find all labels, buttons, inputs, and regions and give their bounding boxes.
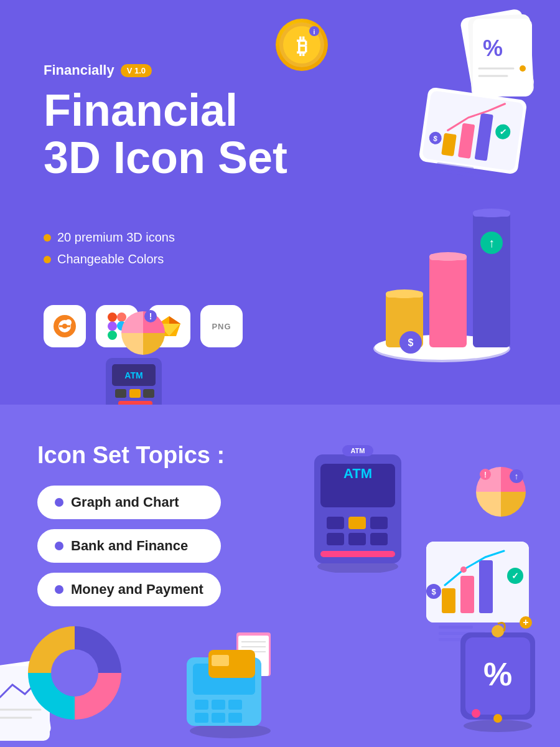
svg-point-124 xyxy=(493,714,502,723)
svg-text:%: % xyxy=(483,35,503,61)
svg-text:ATM: ATM xyxy=(350,447,365,454)
svg-rect-85 xyxy=(460,576,474,613)
bottom-section: Icon Set Topics : Graph and Chart Bank a… xyxy=(0,405,560,747)
presentation-board-icon: ✓ $ xyxy=(411,75,535,202)
svg-rect-75 xyxy=(370,517,388,529)
svg-rect-60 xyxy=(129,389,141,398)
svg-rect-43 xyxy=(386,291,423,298)
svg-text:✓: ✓ xyxy=(511,571,519,581)
bitcoin-icon: ₿ i xyxy=(268,12,336,83)
png-icon-box: PNG xyxy=(200,305,243,347)
pie-chart-bottom-right-icon: ↑ ! xyxy=(460,454,541,532)
svg-rect-76 xyxy=(327,533,344,545)
topic-pill-graph: Graph and Chart xyxy=(37,486,221,519)
bullet-item-2: Changeable Colors xyxy=(44,252,175,266)
svg-point-123 xyxy=(472,709,480,718)
svg-point-87 xyxy=(460,566,467,573)
svg-rect-117 xyxy=(212,655,229,666)
svg-rect-112 xyxy=(228,700,242,710)
pos-terminal-icon xyxy=(174,626,286,741)
svg-text:↑: ↑ xyxy=(515,471,519,481)
pill-label-money: Money and Payment xyxy=(71,581,203,598)
svg-rect-61 xyxy=(143,389,154,398)
topic-pill-money: Money and Payment xyxy=(37,573,221,606)
svg-rect-86 xyxy=(479,560,493,613)
bullet-dot-2 xyxy=(44,256,51,263)
pill-dot-money xyxy=(55,585,63,594)
png-label: PNG xyxy=(212,322,231,331)
bullet-text-1: 20 premium 3D icons xyxy=(57,230,175,245)
svg-rect-59 xyxy=(115,389,126,398)
atm-main-icon: ATM ATM xyxy=(305,436,411,575)
svg-text:✓: ✓ xyxy=(498,126,507,138)
svg-rect-74 xyxy=(348,517,366,529)
svg-rect-110 xyxy=(195,700,208,710)
svg-rect-111 xyxy=(212,700,225,710)
main-title: Financial 3D Icon Set xyxy=(44,87,287,181)
topics-title: Icon Set Topics : xyxy=(37,442,225,469)
svg-text:$: $ xyxy=(431,587,436,596)
svg-rect-84 xyxy=(442,588,455,613)
svg-text:!: ! xyxy=(484,471,487,479)
svg-rect-44 xyxy=(429,255,467,347)
svg-text:₿: ₿ xyxy=(297,34,307,58)
blender-icon-box xyxy=(44,305,86,347)
bullet-item: 20 premium 3D icons xyxy=(44,230,175,245)
topic-pill-bank: Bank and Finance xyxy=(37,529,221,563)
svg-rect-73 xyxy=(327,517,344,529)
brand-name: Financially xyxy=(44,62,114,78)
svg-rect-114 xyxy=(212,713,225,723)
svg-rect-77 xyxy=(348,533,366,545)
pill-dot-bank xyxy=(55,542,63,550)
svg-point-101 xyxy=(51,649,98,697)
svg-text:$: $ xyxy=(408,337,414,348)
bullet-text-2: Changeable Colors xyxy=(57,252,164,266)
svg-text:%: % xyxy=(483,656,512,692)
barchart-3d-icon: ↑ $ xyxy=(361,193,523,382)
bullet-dot xyxy=(44,234,51,242)
svg-rect-49 xyxy=(473,210,510,217)
title-line2: 3D Icon Set xyxy=(44,134,287,182)
percent-tag-bottom-icon: % xyxy=(448,620,548,735)
svg-text:↑: ↑ xyxy=(488,236,495,250)
svg-rect-115 xyxy=(228,713,242,723)
svg-rect-79 xyxy=(320,551,395,557)
svg-point-27 xyxy=(520,65,526,72)
pie-donut-large-icon xyxy=(12,614,137,735)
brand-row: Financially V 1.0 xyxy=(44,62,152,78)
page-wrapper: Financially V 1.0 Financial 3D Icon Set … xyxy=(0,0,560,747)
version-badge: V 1.0 xyxy=(121,64,152,77)
svg-rect-36 xyxy=(436,168,485,178)
bullets: 20 premium 3D icons Changeable Colors xyxy=(44,230,175,274)
topic-pills: Graph and Chart Bank and Finance Money a… xyxy=(37,486,221,606)
svg-rect-113 xyxy=(195,713,208,723)
svg-text:ATM: ATM xyxy=(343,466,372,481)
svg-rect-78 xyxy=(370,533,388,545)
svg-text:!: ! xyxy=(149,311,152,321)
title-line1: Financial xyxy=(44,87,287,134)
svg-text:ATM: ATM xyxy=(124,370,142,380)
top-section: Financially V 1.0 Financial 3D Icon Set … xyxy=(0,0,560,405)
pill-label-bank: Bank and Finance xyxy=(71,538,188,554)
pill-label-graph: Graph and Chart xyxy=(71,494,179,510)
svg-point-121 xyxy=(492,625,504,637)
pill-dot-graph xyxy=(55,498,63,507)
svg-text:i: i xyxy=(314,29,315,35)
svg-rect-46 xyxy=(429,254,467,260)
